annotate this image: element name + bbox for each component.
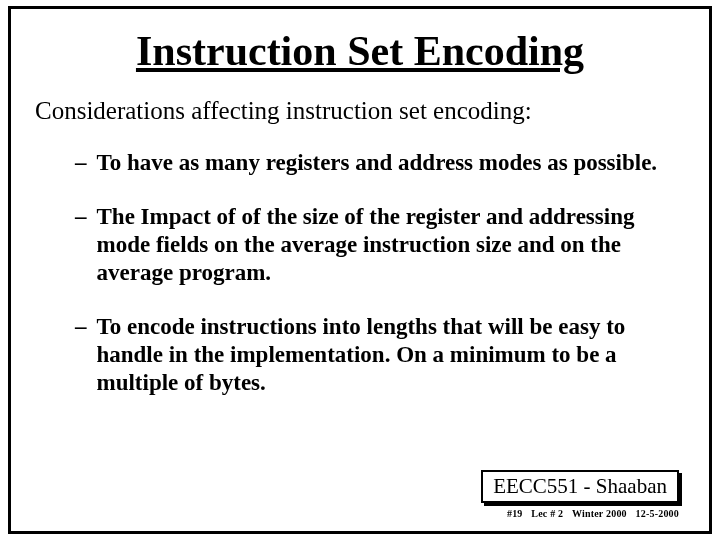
slide-frame: Instruction Set Encoding Considerations …: [8, 6, 712, 534]
slide-subtitle: Considerations affecting instruction set…: [35, 97, 685, 125]
bullet-text: To have as many registers and address mo…: [97, 149, 678, 177]
footer-course-box: EECC551 - Shaaban: [481, 470, 679, 503]
bullet-text: To encode instructions into lengths that…: [97, 313, 678, 397]
dash-icon: –: [75, 149, 87, 177]
list-item: – To encode instructions into lengths th…: [75, 313, 677, 397]
dash-icon: –: [75, 203, 87, 287]
footer-meta: #19 Lec # 2 Winter 2000 12-5-2000: [501, 508, 679, 519]
term-label: Winter 2000: [572, 508, 627, 519]
list-item: – The Impact of of the size of the regis…: [75, 203, 677, 287]
dash-icon: –: [75, 313, 87, 397]
list-item: – To have as many registers and address …: [75, 149, 677, 177]
slide-title: Instruction Set Encoding: [35, 27, 685, 75]
bullet-text: The Impact of of the size of the registe…: [97, 203, 678, 287]
bullet-list: – To have as many registers and address …: [35, 149, 685, 397]
lecture-number: Lec # 2: [531, 508, 563, 519]
slide-number: #19: [507, 508, 523, 519]
date-label: 12-5-2000: [636, 508, 679, 519]
